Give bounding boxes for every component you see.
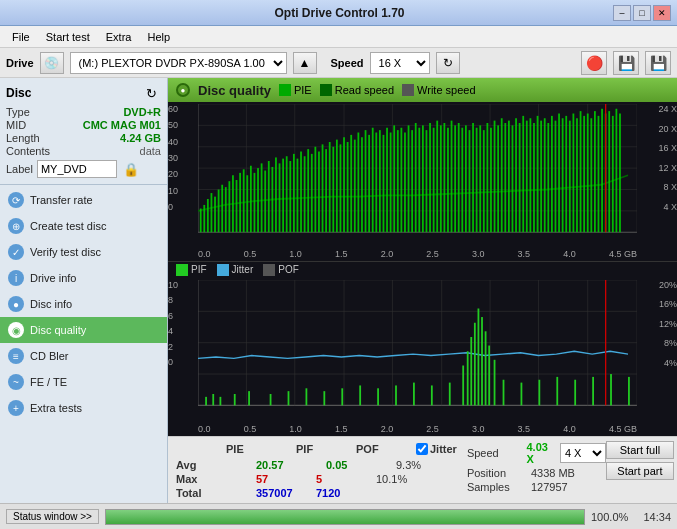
svg-rect-63 — [361, 137, 363, 232]
svg-rect-38 — [271, 167, 273, 232]
fe-te-icon: ~ — [8, 374, 24, 390]
drive-select[interactable]: (M:) PLEXTOR DVDR PX-890SA 1.00 — [70, 52, 287, 74]
nav-cd-bler-label: CD Bler — [30, 350, 69, 362]
x1-4.5gb: 4.5 GB — [609, 249, 637, 261]
nav-extra-tests[interactable]: + Extra tests — [0, 395, 167, 421]
svg-rect-85 — [440, 125, 442, 232]
svg-rect-34 — [257, 168, 259, 232]
x2-0.5: 0.5 — [244, 424, 257, 436]
jitter-legend: Jitter — [217, 264, 254, 276]
extra-tests-icon: + — [8, 400, 24, 416]
maximize-button[interactable]: □ — [633, 5, 651, 21]
menu-bar: File Start test Extra Help — [0, 26, 677, 48]
svg-rect-169 — [462, 365, 464, 405]
start-full-button[interactable]: Start full — [606, 441, 673, 459]
status-bar: Status window >> 100.0% 14:34 — [0, 503, 677, 529]
nav-verify-test-disc[interactable]: ✓ Verify test disc — [0, 239, 167, 265]
drive-bar: Drive 💿 (M:) PLEXTOR DVDR PX-890SA 1.00 … — [0, 48, 677, 78]
start-part-button[interactable]: Start part — [606, 462, 673, 480]
drive-eject-button[interactable]: ▲ — [293, 52, 317, 74]
svg-rect-128 — [594, 111, 596, 232]
nav-disc-info[interactable]: ● Disc info — [0, 291, 167, 317]
y1r-20x: 20 X — [639, 124, 677, 134]
nav-fe-te[interactable]: ~ FE / TE — [0, 369, 167, 395]
svg-rect-40 — [279, 163, 281, 232]
save-button[interactable]: 💾 — [645, 51, 671, 75]
svg-rect-79 — [418, 128, 420, 233]
y1-50: 50 — [168, 120, 196, 130]
svg-rect-25 — [225, 187, 227, 232]
read-speed-legend-label: Read speed — [335, 84, 394, 96]
chart2-y-axis-right: 20% 16% 12% 8% 4% — [639, 280, 677, 368]
stats-panel: PIE PIF POF Jitter Avg 20.57 0.05 9.3% — [168, 436, 677, 503]
x1-0.5: 0.5 — [244, 249, 257, 261]
svg-rect-176 — [488, 345, 490, 405]
jitter-legend-box — [217, 264, 229, 276]
svg-rect-160 — [306, 388, 308, 405]
position-info-row: Position 4338 MB — [467, 467, 606, 479]
svg-rect-52 — [322, 144, 324, 232]
y2-10: 10 — [168, 280, 196, 290]
y2-8: 8 — [168, 295, 196, 305]
status-window-button[interactable]: Status window >> — [6, 509, 99, 524]
charts-container: 60 50 40 30 20 10 0 24 X 20 X 16 X 12 X … — [168, 102, 677, 436]
nav-drive-info[interactable]: i Drive info — [0, 265, 167, 291]
x1-4.0: 4.0 — [563, 249, 576, 261]
nav-create-test-disc[interactable]: ⊕ Create test disc — [0, 213, 167, 239]
burn-button[interactable]: 💾 — [613, 51, 639, 75]
svg-rect-24 — [221, 185, 223, 233]
speed-info-row: Speed 4.03 X 4 X 8 X MAX — [467, 441, 606, 465]
y1-30: 30 — [168, 153, 196, 163]
pif-legend-label: PIF — [191, 264, 207, 275]
svg-rect-153 — [205, 396, 207, 405]
nav-transfer-rate[interactable]: ⟳ Transfer rate — [0, 187, 167, 213]
jitter-checkbox[interactable] — [416, 443, 428, 455]
svg-rect-181 — [556, 376, 558, 405]
svg-rect-122 — [572, 114, 574, 233]
disc-label-input[interactable] — [37, 160, 117, 178]
svg-rect-164 — [377, 388, 379, 405]
svg-rect-132 — [608, 111, 610, 232]
nav-disc-quality[interactable]: ◉ Disc quality — [0, 317, 167, 343]
svg-rect-154 — [212, 394, 214, 405]
svg-rect-82 — [429, 123, 431, 232]
svg-rect-21 — [211, 193, 213, 232]
menu-file[interactable]: File — [4, 29, 38, 45]
svg-rect-112 — [537, 116, 539, 232]
svg-rect-166 — [413, 382, 415, 405]
speed-select[interactable]: 16 X MAX 4 X 8 X 12 X — [370, 52, 430, 74]
speed-dropdown[interactable]: 4 X 8 X MAX — [560, 443, 606, 463]
pif-legend-box — [176, 264, 188, 276]
samples-label: Samples — [467, 481, 527, 493]
x2-4.0: 4.0 — [563, 424, 576, 436]
drive-icon[interactable]: 💿 — [40, 52, 64, 74]
stats-pif-header: PIF — [296, 443, 356, 455]
svg-rect-125 — [583, 116, 585, 232]
menu-help[interactable]: Help — [139, 29, 178, 45]
svg-rect-161 — [323, 391, 325, 405]
y1r-4x: 4 X — [639, 202, 677, 212]
window-controls[interactable]: – □ ✕ — [613, 5, 671, 21]
svg-rect-57 — [340, 144, 342, 232]
y2-4: 4 — [168, 326, 196, 336]
disc-label-refresh[interactable]: 🔒 — [121, 160, 141, 178]
svg-rect-117 — [555, 121, 557, 233]
y1r-8x: 8 X — [639, 182, 677, 192]
nav-cd-bler[interactable]: ≡ CD Bler — [0, 343, 167, 369]
menu-extra[interactable]: Extra — [98, 29, 140, 45]
svg-rect-77 — [411, 130, 413, 232]
menu-start-test[interactable]: Start test — [38, 29, 98, 45]
close-button[interactable]: ✕ — [653, 5, 671, 21]
svg-rect-90 — [458, 123, 460, 232]
erase-button[interactable]: 🔴 — [581, 51, 607, 75]
minimize-button[interactable]: – — [613, 5, 631, 21]
svg-rect-50 — [314, 147, 316, 233]
svg-rect-103 — [504, 123, 506, 232]
nav-create-test-disc-label: Create test disc — [30, 220, 106, 232]
disc-refresh-button[interactable]: ↻ — [141, 84, 161, 102]
refresh-button[interactable]: ↻ — [436, 52, 460, 74]
svg-rect-172 — [474, 322, 476, 405]
stats-max-pie: 57 — [256, 473, 316, 485]
svg-rect-83 — [433, 128, 435, 233]
speed-info-label: Speed — [467, 447, 523, 459]
